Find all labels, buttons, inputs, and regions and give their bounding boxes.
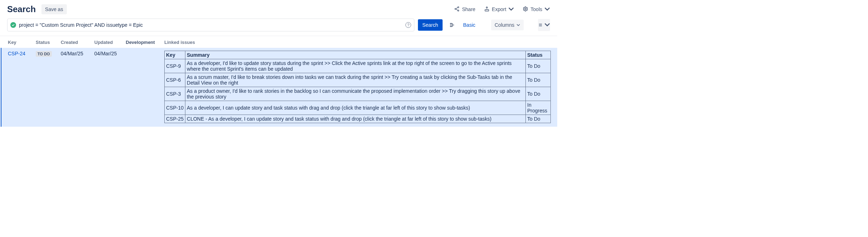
export-button[interactable]: Export: [484, 6, 514, 13]
share-icon: [454, 6, 460, 13]
results-area: Key Status Created Updated Development L…: [0, 36, 557, 127]
linked-issues-table: Key Summary Status CSP-9As a developer, …: [164, 51, 551, 123]
issue-status-cell: TO DO: [36, 51, 61, 57]
gear-icon: [523, 6, 528, 13]
share-button[interactable]: Share: [454, 6, 475, 13]
svg-rect-5: [485, 10, 489, 11]
status-badge: TO DO: [36, 51, 52, 57]
linked-issue-status: To Do: [526, 59, 551, 73]
linked-issue-row[interactable]: CSP-3As a product owner, I'd like to ran…: [165, 87, 551, 101]
view-switcher-button[interactable]: [538, 19, 550, 31]
svg-rect-7: [450, 23, 452, 24]
column-headers: Key Status Created Updated Development L…: [1, 36, 557, 48]
header-bar: Search Save as Share Export: [0, 0, 557, 17]
chevron-down-icon: [544, 6, 550, 13]
linked-issue-summary: As a developer, I can update story and t…: [185, 101, 526, 115]
svg-rect-8: [450, 26, 452, 27]
chevron-down-icon: [517, 22, 520, 28]
linked-header-summary: Summary: [185, 51, 526, 59]
linked-issue-status: To Do: [526, 73, 551, 87]
svg-point-6: [525, 8, 526, 10]
tools-button[interactable]: Tools: [523, 6, 550, 13]
linked-issue-row[interactable]: CSP-10As a developer, I can update story…: [165, 101, 551, 115]
linked-issue-summary: CLONE - As a developer, I can update sto…: [185, 115, 526, 123]
linked-issue-row[interactable]: CSP-6As a scrum master, I'd like to brea…: [165, 73, 551, 87]
col-header-key[interactable]: Key: [8, 40, 36, 45]
jql-input-wrapper[interactable]: project = "Custom Scrum Project" AND iss…: [7, 19, 414, 31]
issue-linked-cell: Key Summary Status CSP-9As a developer, …: [164, 51, 551, 123]
svg-point-1: [455, 8, 456, 9]
syntax-help-button[interactable]: [446, 19, 458, 31]
issue-created-cell: 04/Mar/25: [61, 51, 94, 56]
linked-issue-status: In Progress: [526, 101, 551, 115]
columns-label: Columns: [495, 22, 514, 28]
issue-updated-cell: 04/Mar/25: [94, 51, 126, 56]
issue-key-link[interactable]: CSP-24: [8, 51, 25, 56]
export-icon: [484, 6, 490, 13]
valid-check-icon: [10, 22, 16, 28]
linked-issue-status: To Do: [526, 115, 551, 123]
search-button[interactable]: Search: [418, 19, 442, 31]
linked-issue-key: CSP-25: [165, 115, 185, 123]
linked-issue-key: CSP-10: [165, 101, 185, 115]
svg-line-4: [456, 9, 458, 10]
linked-issue-summary: As a developer, I'd like to update story…: [185, 59, 526, 73]
header-left: Search Save as: [7, 4, 67, 14]
help-icon[interactable]: ?: [405, 22, 411, 28]
save-as-button[interactable]: Save as: [41, 4, 67, 14]
chevron-down-icon: [508, 6, 514, 13]
basic-mode-link[interactable]: Basic: [462, 22, 477, 28]
jql-input[interactable]: project = "Custom Scrum Project" AND iss…: [19, 22, 403, 28]
export-label: Export: [492, 6, 506, 12]
issue-row[interactable]: CSP-24 TO DO 04/Mar/25 04/Mar/25 Key Sum…: [1, 48, 557, 127]
linked-issue-summary: As a product owner, I'd like to rank sto…: [185, 87, 526, 101]
linked-issue-key: CSP-9: [165, 59, 185, 73]
linked-issue-row[interactable]: CSP-9As a developer, I'd like to update …: [165, 59, 551, 73]
chevron-down-icon: [544, 22, 550, 29]
linked-header-row: Key Summary Status: [165, 51, 551, 59]
col-header-updated[interactable]: Updated: [94, 40, 126, 45]
col-header-status[interactable]: Status: [36, 40, 61, 45]
linked-header-status: Status: [526, 51, 551, 59]
tools-label: Tools: [530, 6, 542, 12]
col-header-linked[interactable]: Linked issues: [164, 40, 195, 45]
linked-issue-key: CSP-6: [165, 73, 185, 87]
columns-button[interactable]: Columns: [491, 20, 524, 30]
linked-issue-summary: As a scrum master, I'd like to break sto…: [185, 73, 526, 87]
page-title: Search: [7, 4, 36, 14]
col-header-development[interactable]: Development: [126, 40, 164, 45]
linked-header-key: Key: [165, 51, 185, 59]
issue-key-cell: CSP-24: [8, 51, 36, 56]
svg-line-3: [456, 7, 458, 9]
linked-issue-status: To Do: [526, 87, 551, 101]
share-label: Share: [462, 6, 475, 12]
svg-point-2: [458, 10, 459, 11]
linked-issue-row[interactable]: CSP-25CLONE - As a developer, I can upda…: [165, 115, 551, 123]
svg-point-0: [458, 6, 459, 7]
header-right: Share Export Tools: [454, 6, 550, 13]
search-bar: project = "Custom Scrum Project" AND iss…: [0, 17, 557, 36]
col-header-created[interactable]: Created: [61, 40, 94, 45]
linked-issue-key: CSP-3: [165, 87, 185, 101]
